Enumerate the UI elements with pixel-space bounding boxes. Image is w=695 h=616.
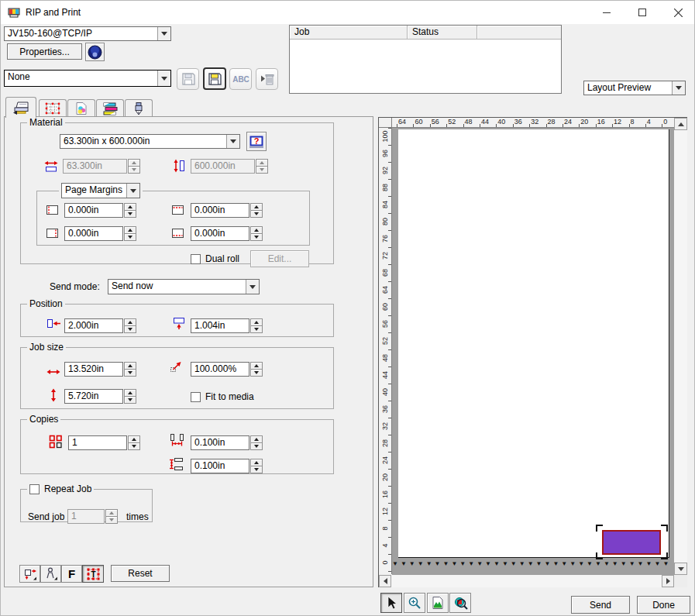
margins-mode-arrow[interactable] [126,184,139,198]
send-mode-select[interactable]: Send now [108,279,260,294]
mirror-button[interactable] [40,565,61,583]
job-width-up[interactable] [124,362,136,370]
media-help-button[interactable]: ? [246,132,267,151]
send-mode-arrow[interactable] [246,280,259,294]
position-x-down[interactable] [124,326,136,333]
job-scale-up[interactable] [250,362,263,370]
copies-count-up[interactable] [128,435,140,443]
position-y-down[interactable] [250,326,263,333]
margin-left-up[interactable] [124,203,136,211]
preview-mode-arrow[interactable] [672,81,685,95]
scroll-left-button[interactable] [379,575,391,587]
reset-button[interactable]: Reset [111,565,170,582]
f-button[interactable]: F [61,565,82,583]
dual-roll-checkbox-box[interactable] [191,254,201,264]
horizontal-scrollbar[interactable] [379,575,674,587]
job-scale-down[interactable] [250,370,263,377]
scroll-up-icon [678,122,684,126]
media-size-arrow[interactable] [226,135,239,148]
minimize-button[interactable] [589,1,624,24]
tab-image-edit[interactable] [67,99,95,117]
copy-gap-y-up[interactable] [250,459,263,466]
margin-right-down[interactable] [124,234,136,241]
close-button[interactable] [660,1,695,24]
margin-top-up[interactable] [250,203,263,211]
favorite-select[interactable]: None [4,70,171,87]
preview-tool-button[interactable] [427,593,449,613]
copies-count-field[interactable]: 1 [68,435,140,450]
fit-to-media-checkbox[interactable]: Fit to media [191,391,254,402]
copy-gap-x-down[interactable] [250,443,263,450]
copy-gap-y-down[interactable] [250,466,263,473]
copies-count-down[interactable] [128,443,140,450]
position-y-field[interactable]: 1.004in [191,318,263,333]
job-height-down[interactable] [124,397,136,404]
job-height-field[interactable]: 5.720in [64,389,136,404]
reset-button-label: Reset [128,568,152,579]
tab-print-condition[interactable] [5,97,36,118]
media-height-up [256,159,268,167]
printer-select-arrow[interactable] [157,27,170,40]
done-button[interactable]: Done [637,596,690,614]
margin-top-down[interactable] [250,211,263,218]
layout-preview-panel: 6460565248444036322824201612840 10096928… [378,117,687,587]
send-button[interactable]: Send [571,596,630,614]
job-height-up[interactable] [124,389,136,397]
preview-mode-select[interactable]: Layout Preview [583,81,686,95]
margins-mode-select[interactable]: Page Margins [61,183,140,198]
margin-top-field[interactable]: 0.000in [191,203,263,218]
printer-monitor-button[interactable] [85,43,105,61]
dual-roll-checkbox[interactable]: Dual roll [191,253,239,264]
fit-to-media-checkbox-box[interactable] [191,392,201,402]
margin-bottom-down[interactable] [250,234,263,241]
tab-ink[interactable] [125,99,153,117]
job-scale-field[interactable]: 100.000% [191,362,263,377]
properties-button[interactable]: Properties... [7,43,82,60]
h-ruler: 6460565248444036322824201612840 [392,118,674,128]
rotate-icon [22,567,37,580]
scroll-right-button[interactable] [662,575,674,587]
printer-select[interactable]: JV150-160@TCP/IP [4,26,171,41]
rename-favorite-button[interactable]: ABC [229,68,252,90]
favorite-select-arrow[interactable] [157,71,170,86]
margin-right-up[interactable] [124,226,136,234]
margin-left-down[interactable] [124,211,136,218]
media-width-down [128,167,140,174]
position-y-up[interactable] [250,318,263,326]
zoom-object-tool-button[interactable] [449,593,471,613]
copy-gap-x-up[interactable] [250,435,263,443]
media-size-select[interactable]: 63.300in x 600.000in [60,134,240,149]
extra-column-header[interactable] [477,26,561,40]
rotate-button[interactable] [19,565,40,583]
tab-color-adjust[interactable] [96,99,124,117]
zoom-in-tool-button[interactable] [404,593,425,613]
repeat-job-checkbox[interactable]: Repeat Job [29,484,91,494]
margin-bottom-up[interactable] [250,226,263,234]
media-sheet[interactable] [398,129,669,558]
delete-favorite-button[interactable] [256,68,278,90]
job-list[interactable]: Job Status [289,25,562,94]
margin-bottom-field[interactable]: 0.000in [191,226,263,241]
margin-left-field[interactable]: 0.000in [64,203,136,218]
scroll-down-button[interactable] [674,563,687,575]
scroll-up-button[interactable] [674,118,687,130]
maximize-button[interactable] [624,1,660,24]
position-x-up[interactable] [124,318,136,326]
save-favorite-button[interactable] [177,68,199,90]
status-column-header[interactable]: Status [408,26,477,40]
chevron-down-icon [249,285,256,289]
copy-gap-x-field[interactable]: 0.100in [191,435,263,450]
pointer-tool-button[interactable] [380,593,402,613]
job-width-field[interactable]: 13.520in [64,362,136,377]
vertical-scrollbar[interactable] [674,118,687,575]
job-column-header[interactable]: Job [290,26,408,40]
tab-tiling[interactable] [39,99,67,117]
repeat-job-checkbox-box[interactable] [29,484,40,494]
position-x-field[interactable]: 2.000in [64,318,136,333]
copy-gap-y-field[interactable]: 0.100in [191,459,263,473]
t-selection-button[interactable]: T [82,565,104,583]
margin-right-field[interactable]: 0.000in [64,226,136,241]
preview-canvas[interactable]: ▼▼▼▼▼▼▼▼▼▼▼▼▼▼▼▼▼▼▼▼▼▼▼▼▼▼▼▼▼▼▼▼▼ [392,128,675,575]
save-as-favorite-button[interactable] [203,67,226,90]
job-width-down[interactable] [124,370,136,377]
